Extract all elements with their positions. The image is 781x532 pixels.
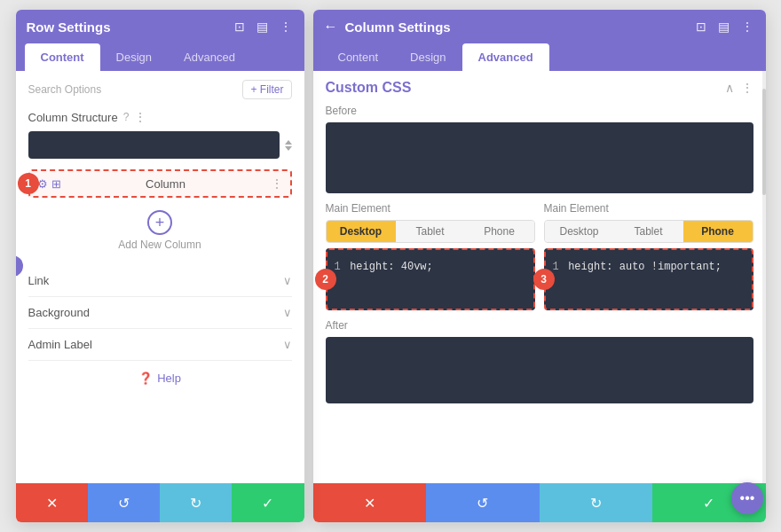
- column-select[interactable]: [28, 131, 280, 159]
- line-num-left: 1: [335, 261, 341, 273]
- main-element-right: Main Element Desktop Tablet Phone 3 1 he…: [544, 202, 753, 310]
- main-element-left-label: Main Element: [326, 202, 535, 215]
- right-resize-icon[interactable]: ⊡: [693, 19, 709, 35]
- left-panel-body: Search Options + Filter Column Structure…: [16, 71, 304, 483]
- link-accordion-header[interactable]: Link ∨: [28, 274, 292, 287]
- desktop-tab-right[interactable]: Desktop: [545, 221, 614, 242]
- help-circle-icon: ❓: [138, 372, 153, 385]
- column-structure-header: Column Structure ? ⋮: [28, 110, 292, 124]
- tab-content-right[interactable]: Content: [322, 43, 395, 71]
- back-arrow-icon[interactable]: ←: [324, 19, 338, 35]
- left-undo-button[interactable]: ↺: [88, 483, 160, 522]
- column-more-icon[interactable]: ⋮: [271, 176, 283, 191]
- right-panel-header: ← Column Settings ⊡ ▤ ⋮: [313, 10, 766, 43]
- css-more-icon[interactable]: ⋮: [741, 81, 753, 95]
- background-accordion: Background ∨: [28, 297, 292, 329]
- main-element-left-editor[interactable]: 1 height: 40vw;: [326, 248, 535, 310]
- device-tabs-right: Desktop Tablet Phone: [544, 220, 753, 243]
- column-item-row: 1 ⚙ ⊞ Column ⋮: [28, 169, 292, 198]
- tablet-tab-left[interactable]: Tablet: [396, 221, 465, 242]
- add-column-button[interactable]: +: [147, 210, 172, 235]
- floating-dots-icon: •••: [740, 490, 755, 506]
- left-redo-button[interactable]: ↻: [160, 483, 232, 522]
- right-redo-icon: ↻: [590, 495, 602, 512]
- phone-tab-left[interactable]: Phone: [465, 221, 534, 242]
- admin-label-accordion: Admin Label ∨: [28, 329, 292, 361]
- redo-icon: ↻: [190, 495, 201, 512]
- link-chevron-icon: ∨: [283, 274, 292, 287]
- left-panel: + Row Settings ⊡ ▤ ⋮ Content Design Adva…: [16, 10, 304, 522]
- filter-button[interactable]: + Filter: [242, 80, 291, 99]
- background-chevron-icon: ∨: [283, 306, 292, 319]
- column-select-wrapper: [28, 131, 292, 159]
- badge-1: 1: [18, 173, 39, 194]
- badge-2: 2: [315, 269, 336, 290]
- duplicate-icon[interactable]: ⊞: [51, 177, 61, 191]
- after-label: After: [326, 319, 753, 332]
- left-cancel-button[interactable]: ✕: [16, 483, 88, 522]
- right-layout-icon[interactable]: ▤: [716, 19, 732, 35]
- left-tabs: Content Design Advanced: [16, 43, 304, 71]
- tab-content-left[interactable]: Content: [25, 43, 100, 71]
- main-element-left-editor-wrapper: 2 1 height: 40vw;: [326, 248, 535, 310]
- right-panel-body: Custom CSS ∧ ⋮ Before Main Element Deskt…: [313, 71, 766, 483]
- help-question-icon[interactable]: ?: [123, 111, 130, 123]
- scroll-bar: [762, 71, 766, 483]
- tablet-tab-right[interactable]: Tablet: [614, 221, 683, 242]
- right-more-icon[interactable]: ⋮: [739, 19, 755, 35]
- layout-icon[interactable]: ▤: [255, 19, 271, 35]
- search-row: Search Options + Filter: [28, 80, 292, 99]
- right-redo-button[interactable]: ↻: [540, 483, 653, 522]
- scroll-thumb: [762, 89, 766, 195]
- right-cancel-button[interactable]: ✕: [313, 483, 427, 522]
- floating-dots-button[interactable]: •••: [731, 482, 763, 514]
- line-num-right: 1: [553, 261, 559, 273]
- help-row[interactable]: ❓ Help: [28, 361, 292, 395]
- left-panel-header: Row Settings ⊡ ▤ ⋮: [16, 10, 304, 43]
- column-structure-label: Column Structure: [28, 111, 118, 124]
- left-save-button[interactable]: ✓: [232, 483, 304, 522]
- main-element-right-editor[interactable]: 1 height: auto !important;: [544, 248, 753, 310]
- save-icon: ✓: [262, 495, 273, 512]
- tab-design-left[interactable]: Design: [100, 43, 168, 71]
- tab-advanced-left[interactable]: Advanced: [168, 43, 251, 71]
- code-line-left: 1 height: 40vw;: [335, 257, 526, 276]
- device-tabs-left: Desktop Tablet Phone: [326, 220, 535, 243]
- right-undo-button[interactable]: ↺: [426, 483, 540, 522]
- right-panel-footer: ✕ ↺ ↻ ✓: [313, 483, 766, 522]
- undo-icon: ↺: [118, 495, 130, 512]
- help-label: Help: [157, 372, 181, 385]
- link-title: Link: [28, 274, 50, 287]
- code-content-left: height: 40vw;: [350, 261, 433, 273]
- left-panel-title: Row Settings: [27, 20, 225, 35]
- before-editor[interactable]: [326, 122, 753, 193]
- select-arrow-icon: [285, 140, 292, 151]
- add-column-wrapper: + Add New Column: [28, 210, 292, 251]
- background-accordion-header[interactable]: Background ∨: [28, 306, 292, 319]
- filter-label: + Filter: [250, 83, 283, 96]
- resize-icon[interactable]: ⊡: [232, 19, 248, 35]
- column-structure-more-icon[interactable]: ⋮: [134, 110, 146, 124]
- right-panel-title: Column Settings: [345, 20, 686, 35]
- after-editor[interactable]: [326, 337, 753, 403]
- link-accordion: Link ∨: [28, 265, 292, 297]
- css-header-icons: ∧ ⋮: [725, 81, 753, 95]
- right-tabs: Content Design Advanced: [313, 43, 766, 71]
- cancel-icon: ✕: [46, 495, 58, 512]
- right-undo-icon: ↺: [477, 495, 488, 512]
- css-title: Custom CSS: [326, 80, 412, 96]
- column-item-box: ⚙ ⊞ Column ⋮: [28, 169, 292, 198]
- tab-advanced-right[interactable]: Advanced: [462, 43, 549, 71]
- left-header-icons: ⊡ ▤ ⋮: [232, 19, 294, 35]
- admin-label-accordion-header[interactable]: Admin Label ∨: [28, 338, 292, 351]
- main-element-left: Main Element Desktop Tablet Phone 2 1 he…: [326, 202, 535, 310]
- tab-design-right[interactable]: Design: [394, 43, 462, 71]
- main-element-section: Main Element Desktop Tablet Phone 2 1 he…: [326, 202, 753, 310]
- right-cancel-icon: ✕: [364, 495, 375, 512]
- right-panel: ← Column Settings ⊡ ▤ ⋮ Content Design A…: [313, 10, 766, 522]
- desktop-tab-left[interactable]: Desktop: [327, 221, 396, 242]
- search-label: Search Options: [28, 83, 102, 96]
- more-icon[interactable]: ⋮: [278, 19, 294, 35]
- phone-tab-right[interactable]: Phone: [683, 221, 753, 242]
- css-collapse-icon[interactable]: ∧: [725, 81, 734, 95]
